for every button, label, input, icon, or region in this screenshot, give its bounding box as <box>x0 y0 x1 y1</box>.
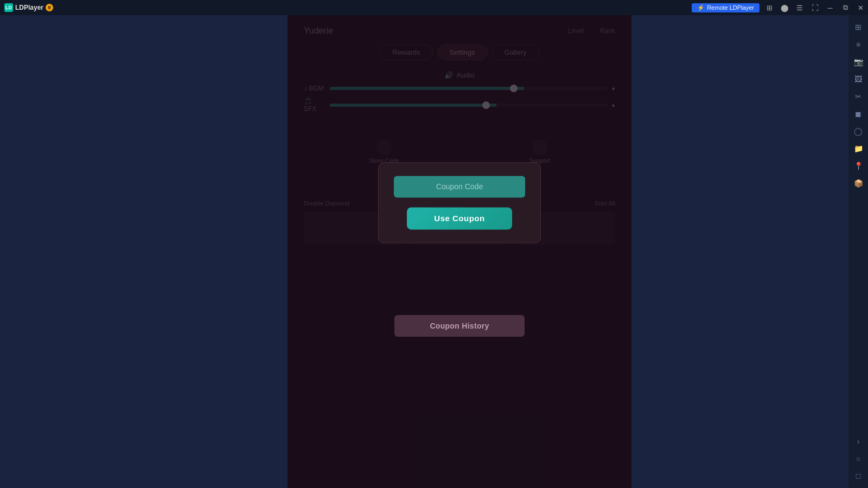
coupon-modal: Use Coupon <box>378 163 541 243</box>
circle-icon[interactable]: ◯ <box>851 124 866 139</box>
layers-icon[interactable]: ≡ <box>851 37 866 52</box>
chevron-right-icon[interactable]: › <box>851 434 866 449</box>
scissors-icon[interactable]: ✂ <box>851 89 866 104</box>
menu-icon-btn[interactable]: ☰ <box>792 0 807 15</box>
logo-icon: LD <box>4 3 13 12</box>
app-name: LDPlayer <box>15 4 43 11</box>
main-area: Yuderie Level Rank Rewards Settings Gall… <box>0 15 848 488</box>
record-icon-btn[interactable]: ⬤ <box>777 0 792 15</box>
square-outline-icon[interactable]: □ <box>851 468 866 484</box>
modal-overlay: Use Coupon Coupon History <box>288 15 631 488</box>
circle-outline-icon[interactable]: ○ <box>851 451 866 466</box>
location-icon[interactable]: 📍 <box>851 158 866 174</box>
coupon-history-button[interactable]: Coupon History <box>394 315 525 337</box>
window-controls: ⊞ ⬤ ☰ ⛶ ─ ⧉ ✕ <box>762 0 868 15</box>
app-logo: LD LDPlayer 9 <box>0 3 58 12</box>
folder-icon[interactable]: 📁 <box>851 141 866 156</box>
camera-icon[interactable]: 📷 <box>851 54 866 69</box>
restore-button[interactable]: ⧉ <box>838 0 853 15</box>
close-button[interactable]: ✕ <box>853 0 868 15</box>
notification-badge: 9 <box>46 4 53 11</box>
titlebar: LD LDPlayer 9 ⚡ Remote LDPlayer ⊞ ⬤ ☰ ⛶ … <box>0 0 868 15</box>
use-coupon-button[interactable]: Use Coupon <box>407 208 512 230</box>
right-panel <box>631 15 848 488</box>
minimize-button[interactable]: ─ <box>822 0 838 15</box>
remote-icon: ⚡ <box>697 4 705 11</box>
fullscreen-icon-btn[interactable]: ⛶ <box>807 0 822 15</box>
center-panel: Yuderie Level Rank Rewards Settings Gall… <box>288 15 631 488</box>
remote-ldplayer-button[interactable]: ⚡ Remote LDPlayer <box>692 3 760 12</box>
package-icon[interactable]: 📦 <box>851 176 866 191</box>
image-icon[interactable]: 🖼 <box>851 72 866 87</box>
grid-layout-icon[interactable]: ⊞ <box>851 20 866 35</box>
camera2-icon[interactable]: ◼ <box>851 106 866 121</box>
coupon-code-input[interactable] <box>394 176 525 198</box>
right-sidebar: ⊞ ≡ 📷 🖼 ✂ ◼ ◯ 📁 📍 📦 › ○ □ <box>848 15 868 488</box>
left-panel <box>0 15 288 488</box>
grid-icon-btn[interactable]: ⊞ <box>762 0 777 15</box>
